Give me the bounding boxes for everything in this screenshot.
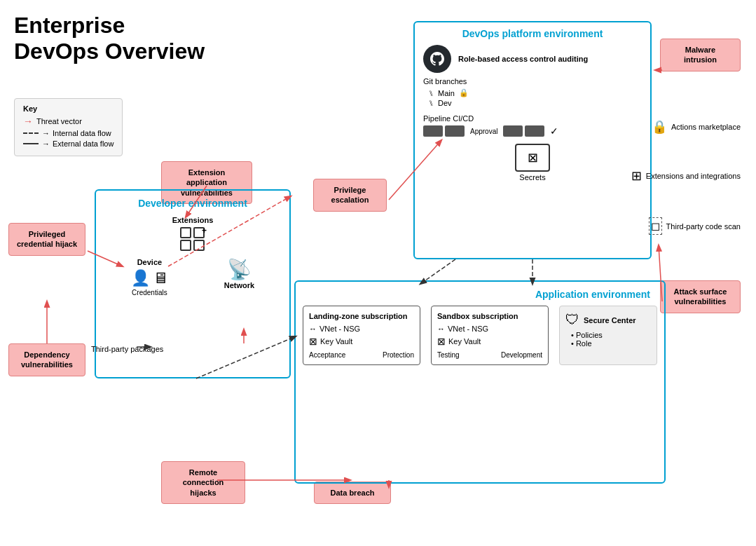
landing-vnet: ↔ VNet - NSG [309,325,414,333]
threat-remote-connection: Remote connection hijacks [161,461,245,504]
dashed-line-icon [23,132,39,134]
extensions-integrations-label: ⊞ Extensions and integrations [631,168,741,184]
keyvault-icon: ⊠ [309,336,317,347]
rbac-section: Role-based access control auditing [423,45,642,73]
extensions-section: Extensions + [103,216,282,251]
shield-icon: 🛡 [565,312,579,328]
sandbox-labels: Testing Development [437,351,542,359]
github-icon [423,45,451,73]
legend-internal: → Internal data flow [23,129,114,137]
pipeline-section: Pipeline CI/CD Approval ✓ [423,114,642,137]
solid-line-icon [23,143,39,144]
devops-environment: DevOps platform environment Role-based a… [413,21,652,259]
threat-dependency: Dependency vulnerabilities [8,343,85,376]
threat-malware: Malware intrusion [660,39,741,71]
device-section: Device 👤 🖥 Credentials [131,258,168,296]
threat-privilege-escalation: Privilege escalation [313,179,387,212]
developer-env-title: Developer environment [103,198,282,209]
git-main: ⑊ Main 🔒 [429,88,642,97]
legend-box: Key → Threat vector → Internal data flow… [14,98,123,156]
threat-arrow-icon: → [23,116,33,127]
landing-labels: Acceptance Protection [309,351,414,359]
application-environment: Application environment Landing-zone sub… [294,280,666,484]
extensions-int-icon: ⊞ [631,168,642,184]
sandbox-box: Sandbox subscription ↔ VNet - NSG ⊠ Key … [431,306,549,365]
device-icons: 👤 🖥 [131,269,168,287]
legend-title: Key [23,104,114,113]
devops-env-title: DevOps platform environment [423,28,642,39]
landing-keyvault: ⊠ Key Vault [309,336,414,347]
legend-threat: → Threat vector [23,116,114,127]
page-title: Enterprise DevOps Overview [14,13,205,64]
person-icon: 👤 [131,269,150,287]
app-env-title: Application environment [303,289,657,300]
threat-data-breach: Data breach [314,482,391,504]
secrets-icon: ⊠ [515,144,550,172]
pipeline-steps [423,125,465,137]
git-dev: ⑊ Dev [429,99,642,107]
legend-external: → External data flow [23,139,114,148]
sandbox-vnet: ↔ VNet - NSG [437,325,542,333]
sandbox-keyvault: ⊠ Key Vault [437,336,542,347]
network-icon: 📡 [224,258,254,281]
secure-center-box: 🛡 Secure Center • Policies • Role [559,306,657,365]
third-party-scan-label: ◻ Third-party code scan [649,217,741,235]
landing-zone-box: Landing-zone subscription ↔ VNet - NSG ⊠… [303,306,420,365]
monitor-icon: 🖥 [153,269,168,287]
network-section: 📡 Network [224,258,254,296]
secure-center-items: • Policies • Role [565,331,651,348]
actions-marketplace-label: 🔒 Actions marketplace [652,119,741,135]
device-network-row: Device 👤 🖥 Credentials 📡 Network [103,258,282,296]
actions-icon: 🔒 [652,119,667,135]
secrets-section: ⊠ Secrets [423,144,642,182]
third-party-packages: Third-party packages [91,345,163,353]
extensions-icon: + [180,227,205,251]
threat-privileged-credential: Privileged credential hijack [8,223,85,256]
sandbox-keyvault-icon: ⊠ [437,336,446,347]
git-branches-label: Git branches [423,77,642,86]
threat-attack-surface: Attack surface vulnerabilities [660,280,741,313]
scan-icon: ◻ [649,217,662,235]
secure-center-header: 🛡 Secure Center [565,312,651,328]
